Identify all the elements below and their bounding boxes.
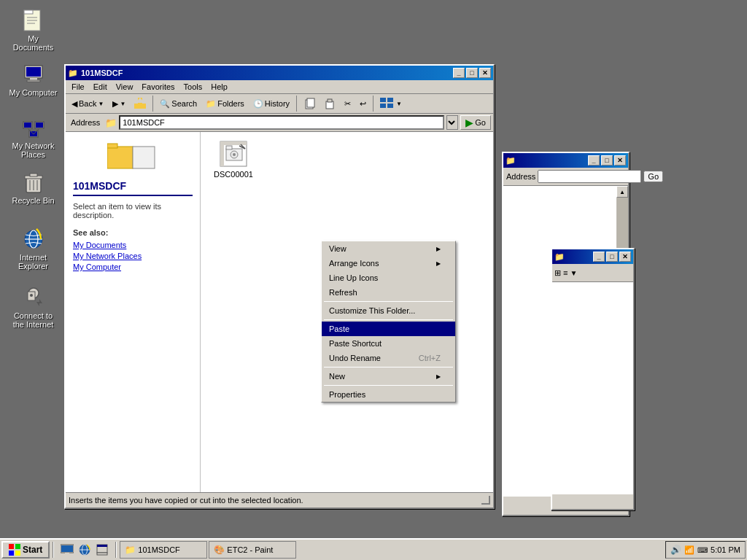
menu-help[interactable]: Help xyxy=(206,81,232,93)
folders-label: Folders xyxy=(217,99,244,108)
my-computer-label: My Computer xyxy=(9,88,57,97)
cm-undo-rename[interactable]: Undo Rename Ctrl+Z xyxy=(322,351,455,365)
search-btn[interactable]: 🔍 Search xyxy=(156,97,201,111)
sidebar: 101MSDCF Select an item to view its desc… xyxy=(66,132,201,492)
menu-tools[interactable]: Tools xyxy=(179,81,207,93)
views-dropdown[interactable]: ▼ xyxy=(396,101,402,107)
cm-sep-1 xyxy=(324,301,453,302)
ql-ie-btn[interactable] xyxy=(77,542,93,558)
cm-new[interactable]: New ▶ xyxy=(322,369,455,384)
cm-properties[interactable]: Properties xyxy=(322,387,455,402)
bg-win1-go[interactable]: Go xyxy=(643,171,663,182)
svg-rect-60 xyxy=(63,554,71,556)
main-close-btn[interactable]: ✕ xyxy=(479,68,491,78)
bg-window-2-titlebar[interactable]: 📁 _ □ ✕ xyxy=(552,249,633,264)
cm-lineup-icons[interactable]: Line Up Icons xyxy=(322,271,455,285)
menu-file[interactable]: File xyxy=(67,81,89,93)
cm-refresh[interactable]: Refresh xyxy=(322,285,455,300)
connect-internet-label: Connect to the Internet xyxy=(9,311,58,329)
svg-rect-39 xyxy=(387,104,393,108)
taskbar-101msdcf[interactable]: 📁 101MSDCF xyxy=(120,541,207,559)
svg-rect-53 xyxy=(9,544,14,549)
address-input[interactable] xyxy=(119,115,444,130)
back-btn[interactable]: ◀ Back ▼ xyxy=(68,97,107,111)
bg-win1-close[interactable]: ✕ xyxy=(614,155,626,166)
search-icon: 🔍 xyxy=(160,99,170,109)
internet-explorer-icon xyxy=(22,228,45,251)
menu-view[interactable]: View xyxy=(112,81,138,93)
bg-win2-minimize[interactable]: _ xyxy=(593,252,605,262)
main-titlebar[interactable]: 📁 101MSDCF _ □ ✕ xyxy=(66,66,493,80)
bg-scrollup[interactable]: ▲ xyxy=(616,186,628,198)
menu-edit[interactable]: Edit xyxy=(89,81,112,93)
ql-desktop-btn[interactable] xyxy=(59,542,75,558)
toolbar-sep-2 xyxy=(296,96,297,112)
cm-customize-label: Customize This Folder... xyxy=(329,306,415,315)
taskbar: Start xyxy=(0,538,747,560)
bg-win2-maximize[interactable]: □ xyxy=(606,252,618,262)
ql-extra-btn[interactable] xyxy=(94,542,110,558)
svg-rect-38 xyxy=(380,104,386,108)
svg-rect-30 xyxy=(134,104,146,109)
link-my-network-places[interactable]: My Network Places xyxy=(73,252,193,260)
delete-btn[interactable]: ✂ xyxy=(341,97,355,111)
desktop-icon-connect-internet[interactable]: Connect to the Internet xyxy=(6,283,61,332)
forward-dropdown-icon[interactable]: ▼ xyxy=(120,101,125,107)
main-minimize-btn[interactable]: _ xyxy=(453,68,465,78)
context-menu: View ▶ Arrange Icons ▶ Line Up Icons Ref… xyxy=(321,241,456,402)
bg-win1-minimize[interactable]: _ xyxy=(588,155,600,166)
cm-new-arrow: ▶ xyxy=(436,373,441,380)
desktop-icon-internet-explorer[interactable]: Internet Explorer xyxy=(6,225,61,273)
file-dsc00001[interactable]: DSC00001 xyxy=(208,139,259,179)
link-my-computer[interactable]: My Computer xyxy=(73,262,193,271)
copy-btn[interactable] xyxy=(300,96,319,112)
cm-paste[interactable]: Paste xyxy=(322,322,455,336)
extra-icon-ql xyxy=(96,544,109,556)
start-button[interactable]: Start xyxy=(1,541,50,559)
folders-btn[interactable]: 📁 Folders xyxy=(202,97,248,111)
cm-properties-label: Properties xyxy=(329,390,365,399)
cm-refresh-label: Refresh xyxy=(329,288,357,297)
bg-window-1-titlebar[interactable]: 📁 _ □ ✕ xyxy=(503,153,628,168)
svg-rect-19 xyxy=(30,174,37,176)
svg-rect-10 xyxy=(24,122,31,128)
views-btn[interactable]: ▼ xyxy=(376,96,406,112)
go-button[interactable]: ▶ Go xyxy=(460,115,491,130)
image-file-icon xyxy=(218,139,249,170)
desktop-icon-my-computer[interactable]: My Computer xyxy=(6,60,61,100)
paste-btn[interactable] xyxy=(320,96,339,112)
cm-customize-folder[interactable]: Customize This Folder... xyxy=(322,303,455,318)
internet-explorer-label: Internet Explorer xyxy=(9,253,58,271)
undo-btn[interactable]: ↩ xyxy=(356,97,370,111)
toolbar-sep-3 xyxy=(373,96,374,112)
back-dropdown-icon[interactable]: ▼ xyxy=(98,101,104,107)
taskbar-etc2-paint[interactable]: 🎨 ETC2 - Paint xyxy=(209,541,296,559)
desktop-icon-my-documents[interactable]: My Documents xyxy=(6,6,61,55)
history-btn[interactable]: 🕒 History xyxy=(249,97,293,111)
cm-paste-shortcut[interactable]: Paste Shortcut xyxy=(322,336,455,351)
cm-arrange-icons[interactable]: Arrange Icons ▶ xyxy=(322,256,455,271)
forward-icon: ▶ xyxy=(112,99,118,109)
back-label: Back xyxy=(79,99,96,108)
desktop-icon-network-places[interactable]: My Network Places xyxy=(6,113,61,162)
svg-rect-55 xyxy=(9,551,14,556)
network-places-icon xyxy=(22,116,45,139)
bg-win1-maximize[interactable]: □ xyxy=(601,155,613,166)
menu-favorites[interactable]: Favorites xyxy=(137,81,179,93)
folder-icon-task: 📁 xyxy=(125,545,136,555)
cm-view[interactable]: View ▶ xyxy=(322,241,455,256)
bg-win2-close[interactable]: ✕ xyxy=(619,252,631,262)
desktop-icon-recycle-bin[interactable]: Recycle Bin xyxy=(6,168,61,208)
folder-icon-addr: 📁 xyxy=(105,117,117,128)
svg-rect-41 xyxy=(107,144,117,148)
history-label: History xyxy=(265,99,290,108)
resize-grip[interactable] xyxy=(481,496,490,505)
cm-undo-shortcut: Ctrl+Z xyxy=(419,354,441,362)
up-btn[interactable] xyxy=(131,96,150,112)
my-computer-icon xyxy=(22,63,45,86)
bg-win1-address[interactable] xyxy=(538,170,641,183)
forward-btn[interactable]: ▶ ▼ xyxy=(109,97,129,111)
link-my-documents[interactable]: My Documents xyxy=(73,241,193,249)
address-dropdown[interactable]: ▼ xyxy=(446,115,458,130)
main-maximize-btn[interactable]: □ xyxy=(466,68,478,78)
